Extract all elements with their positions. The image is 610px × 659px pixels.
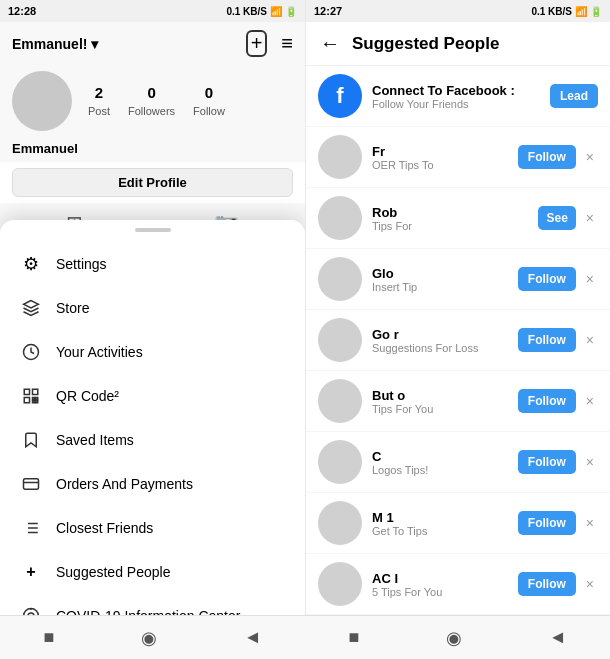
status-bar-left: 12:28 0.1 KB/S 📶 🔋 xyxy=(0,0,305,22)
suggested-people-label: Suggested People xyxy=(56,564,170,580)
info-person6: C Logos Tips! xyxy=(372,449,508,476)
info-person8: AC I 5 Tips For You xyxy=(372,571,508,598)
sub-person3: Insert Tip xyxy=(372,281,508,293)
add-icon[interactable]: + xyxy=(246,30,268,57)
page-title: Suggested People xyxy=(352,34,499,54)
followers-count: 0 xyxy=(128,84,175,101)
svg-rect-1 xyxy=(24,389,29,394)
follow-button-person5[interactable]: Follow xyxy=(518,389,576,413)
svg-rect-5 xyxy=(36,401,38,403)
left-panel: 12:28 0.1 KB/S 📶 🔋 Emmanuel! ▾ + ≡ 2 Pos… xyxy=(0,0,305,659)
drawer-item-closest-friends[interactable]: Closest Friends xyxy=(0,506,305,550)
avatar-person7 xyxy=(318,501,362,545)
sub-person5: Tips For You xyxy=(372,403,508,415)
back-button[interactable]: ← xyxy=(320,32,340,55)
close-button-person8[interactable]: × xyxy=(582,574,598,594)
avatar xyxy=(12,71,72,131)
nav-stop-right[interactable]: ■ xyxy=(348,627,359,648)
profile-header: Emmanuel! ▾ + ≡ xyxy=(0,22,305,63)
settings-icon: ⚙ xyxy=(20,253,42,275)
follow-label: Follow xyxy=(193,105,225,117)
lead-button[interactable]: Lead xyxy=(550,84,598,108)
name-person6: C xyxy=(372,449,508,464)
suggested-item-person7: M 1 Get To Tips Follow × xyxy=(306,493,610,554)
sub-person1: OER Tips To xyxy=(372,159,508,171)
suggested-name-facebook: Connect To Facebook : xyxy=(372,83,540,98)
info-person7: M 1 Get To Tips xyxy=(372,510,508,537)
see-button-person2[interactable]: See xyxy=(538,206,575,230)
drawer-item-saved-items[interactable]: Saved Items xyxy=(0,418,305,462)
suggested-item-person2: Rob Tips For See × xyxy=(306,188,610,249)
name-person7: M 1 xyxy=(372,510,508,525)
avatar-person3 xyxy=(318,257,362,301)
post-label: Post xyxy=(88,105,110,117)
drawer-item-store[interactable]: Store xyxy=(0,286,305,330)
follow-button-person7[interactable]: Follow xyxy=(518,511,576,535)
suggested-item-person6: C Logos Tips! Follow × xyxy=(306,432,610,493)
follow-button-person4[interactable]: Follow xyxy=(518,328,576,352)
nav-back-left[interactable]: ◄ xyxy=(244,627,262,648)
qr-code-icon xyxy=(20,385,42,407)
name-person3: Glo xyxy=(372,266,508,281)
network-speed-left: 0.1 KB/S xyxy=(226,6,267,17)
avatar-person5 xyxy=(318,379,362,423)
post-count: 2 xyxy=(88,84,110,101)
store-label: Store xyxy=(56,300,89,316)
avatar-person8 xyxy=(318,562,362,606)
profile-name-section[interactable]: Emmanuel! ▾ xyxy=(12,36,98,52)
suggested-facebook-item: f Connect To Facebook : Follow Your Frie… xyxy=(306,66,610,127)
name-person1: Fr xyxy=(372,144,508,159)
actions-person6: Follow × xyxy=(518,450,598,474)
store-icon xyxy=(20,297,42,319)
drawer-item-orders[interactable]: Orders And Payments xyxy=(0,462,305,506)
close-button-person1[interactable]: × xyxy=(582,147,598,167)
actions-person1: Follow × xyxy=(518,145,598,169)
drawer-item-suggested-people[interactable]: + Suggested People xyxy=(0,550,305,594)
follow-button-person3[interactable]: Follow xyxy=(518,267,576,291)
nav-back-right[interactable]: ◄ xyxy=(549,627,567,648)
drawer-item-activities[interactable]: Your Activities xyxy=(0,330,305,374)
close-button-person2[interactable]: × xyxy=(582,208,598,228)
info-person1: Fr OER Tips To xyxy=(372,144,508,171)
suggested-item-person8: AC I 5 Tips For You Follow × xyxy=(306,554,610,615)
svg-rect-8 xyxy=(24,479,39,490)
nav-stop-left[interactable]: ■ xyxy=(43,627,54,648)
suggested-item-person5: But o Tips For You Follow × xyxy=(306,371,610,432)
bottom-drawer: ⚙ Settings Store Your Activities QR Code… xyxy=(0,220,305,659)
follow-button-person1[interactable]: Follow xyxy=(518,145,576,169)
close-button-person4[interactable]: × xyxy=(582,330,598,350)
time-right: 12:27 xyxy=(314,5,342,17)
close-button-person5[interactable]: × xyxy=(582,391,598,411)
follow-button-person8[interactable]: Follow xyxy=(518,572,576,596)
signal-icon-right: 📶 xyxy=(575,6,587,17)
drawer-handle xyxy=(135,228,171,232)
sub-person6: Logos Tips! xyxy=(372,464,508,476)
close-button-person6[interactable]: × xyxy=(582,452,598,472)
sub-person7: Get To Tips xyxy=(372,525,508,537)
name-person2: Rob xyxy=(372,205,528,220)
activities-label: Your Activities xyxy=(56,344,143,360)
edit-profile-button[interactable]: Edit Profile xyxy=(12,168,293,197)
suggested-actions-facebook: Lead xyxy=(550,84,598,108)
status-icons-left: 0.1 KB/S 📶 🔋 xyxy=(226,6,297,17)
bottom-nav-right: ■ ◉ ◄ xyxy=(305,615,610,659)
name-person4: Go r xyxy=(372,327,508,342)
actions-person4: Follow × xyxy=(518,328,598,352)
close-button-person3[interactable]: × xyxy=(582,269,598,289)
nav-home-right[interactable]: ◉ xyxy=(446,627,462,649)
nav-home-left[interactable]: ◉ xyxy=(141,627,157,649)
drawer-item-qr-code[interactable]: QR Code² xyxy=(0,374,305,418)
close-button-person7[interactable]: × xyxy=(582,513,598,533)
sub-person2: Tips For xyxy=(372,220,528,232)
avatar-person1 xyxy=(318,135,362,179)
actions-person8: Follow × xyxy=(518,572,598,596)
svg-rect-6 xyxy=(33,401,35,403)
orders-label: Orders And Payments xyxy=(56,476,193,492)
bottom-nav-left: ■ ◉ ◄ xyxy=(0,615,305,659)
follow-count: 0 xyxy=(193,84,225,101)
menu-icon[interactable]: ≡ xyxy=(281,32,293,55)
activities-icon xyxy=(20,341,42,363)
network-speed-right: 0.1 KB/S xyxy=(531,6,572,17)
follow-button-person6[interactable]: Follow xyxy=(518,450,576,474)
drawer-item-settings[interactable]: ⚙ Settings xyxy=(0,242,305,286)
